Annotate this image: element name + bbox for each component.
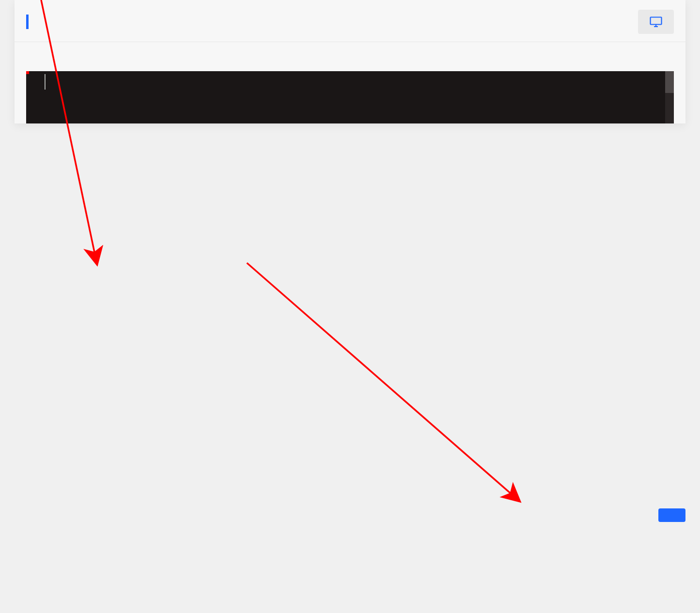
monitor-icon [650, 16, 662, 27]
scrollbar-thumb[interactable] [665, 71, 674, 93]
title-accent-bar [26, 15, 29, 29]
card-header [15, 0, 685, 42]
code-content[interactable] [45, 71, 674, 123]
view-mode-button[interactable] [638, 10, 674, 34]
svg-line-4 [247, 263, 519, 501]
create-button[interactable] [658, 508, 685, 522]
code-editor[interactable] [26, 71, 674, 123]
line-number-gutter [26, 71, 45, 123]
doc-reference-row [15, 42, 685, 71]
scrollbar[interactable] [665, 71, 674, 123]
svg-rect-0 [651, 17, 662, 25]
title-wrap [26, 15, 34, 29]
policy-card [15, 0, 685, 123]
text-cursor [45, 74, 46, 90]
